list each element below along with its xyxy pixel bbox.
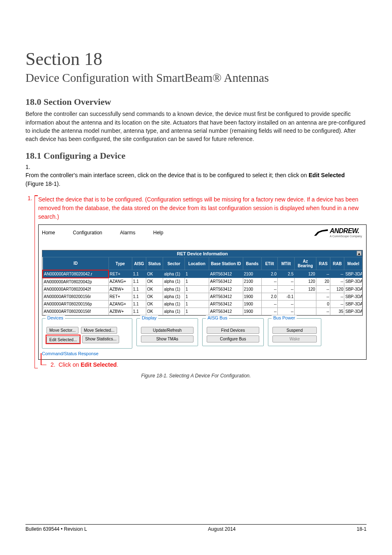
cell-type: RET+ (108, 293, 132, 300)
table-row[interactable]: AN00000ART080200156rRET+1.1OKalpha (1)1A… (43, 293, 362, 300)
table-wrap: RET Device Information ▲ ID Type AISG St… (42, 250, 363, 316)
cell-type: AZANG+ (108, 300, 132, 308)
cell-aisg: 1.1 (132, 300, 146, 308)
cell-aisg: 1.1 (132, 285, 146, 293)
logo-subtext: A CommScope Company (330, 235, 363, 238)
cell-sector: alpha (1) (163, 278, 185, 286)
menu-configuration[interactable]: Configuration (73, 230, 102, 236)
cell-location: 1 (184, 300, 209, 308)
figure-caption: Figure 18-1. Selecting A Device For Conf… (25, 373, 367, 379)
col-az[interactable]: Az Bearing (295, 257, 316, 270)
move-sector-button[interactable]: Move Sector... (46, 327, 78, 334)
step-1-text: From the controller's main interface scr… (25, 171, 355, 188)
col-id[interactable]: ID (43, 257, 108, 270)
suspend-button[interactable]: Suspend (272, 327, 317, 334)
cell-etilt: -- (262, 285, 278, 293)
cell-az: 120 (295, 270, 316, 278)
menu-alarms[interactable]: Alarms (120, 230, 135, 236)
cell-az: 120 (295, 278, 316, 286)
show-statistics-button[interactable]: Show Statistics... (82, 335, 119, 343)
annot2-line (41, 353, 42, 365)
cell-model: SBP-3DA (344, 300, 362, 308)
wake-button[interactable]: Wake (272, 335, 317, 342)
cell-base: ART563412 (209, 308, 243, 315)
col-bands[interactable]: Bands (243, 257, 262, 270)
cell-type: AZBW+ (108, 285, 132, 293)
show-tmas-button[interactable]: Show TMAs (141, 335, 194, 342)
cell-base: ART563412 (209, 300, 243, 308)
cell-type: AZBW+ (108, 308, 132, 315)
cell-az (295, 293, 316, 300)
table-row[interactable]: AN000000ART08020042pAZANG+1.1OKalpha (1)… (43, 278, 362, 286)
scroll-up-icon[interactable]: ▲ (357, 251, 362, 256)
col-rab[interactable]: RAB (330, 257, 344, 270)
table-title-text: RET Device Information (177, 251, 228, 256)
col-aisg[interactable]: AISG (132, 257, 146, 270)
cell-model: SBP-3DA (344, 278, 362, 286)
menu-home[interactable]: Home (42, 230, 55, 236)
command-status-label: Command/Status Response (42, 351, 363, 356)
col-base[interactable]: Base Station ID (209, 257, 243, 270)
figure-window: Home Configuration Alarms Help ANDREW. A… (38, 224, 367, 360)
table-row[interactable]: AN00000ART080200156pAZANG+1.1OKalpha (1)… (43, 300, 362, 308)
cell-mtilt: -0.1 (278, 293, 295, 300)
display-pane: Display Update/Refresh Show TMAs (136, 318, 198, 346)
cell-ras: -- (316, 270, 330, 278)
cell-rab: -- (330, 278, 344, 286)
cell-ras: -- (316, 285, 330, 293)
move-selected-button[interactable]: Move Selected... (81, 327, 117, 334)
cell-status: OK (146, 293, 163, 300)
annotation-1-box: 1. Select the device that is to be confi… (35, 195, 367, 368)
cell-etilt: -- (262, 308, 278, 315)
cell-mtilt: 2.5 (278, 270, 295, 278)
step-1-text-b: (Figure 18-1). (25, 180, 60, 187)
aisg-pane: AISG Bus Find Devices Configure Bus (202, 318, 264, 346)
cell-id: AN000000ART08020042f (43, 285, 108, 293)
cell-type: RET+ (108, 270, 132, 278)
table-title: RET Device Information ▲ (42, 250, 362, 257)
cell-bands: 1900 (243, 293, 262, 300)
col-mtilt[interactable]: MTilt (278, 257, 295, 270)
aisg-legend: AISG Bus (206, 315, 229, 320)
section-title: Section 18 (25, 49, 367, 69)
heading-config: 18.1 Configuring a Device (25, 150, 367, 161)
col-status[interactable]: Status (146, 257, 163, 270)
col-location[interactable]: Location (184, 257, 209, 270)
bus-legend: Bus Power (272, 315, 297, 320)
cell-location: 1 (184, 278, 209, 286)
cell-status: OK (146, 270, 163, 278)
cell-bands: 2100 (243, 270, 262, 278)
footer-center: August 2014 (208, 526, 235, 532)
col-ras[interactable]: RAS (316, 257, 330, 270)
configure-bus-button[interactable]: Configure Bus (207, 335, 259, 342)
paragraph-overview: Before the controller can successfully s… (25, 110, 367, 143)
cell-ras: -- (316, 308, 330, 315)
update-refresh-button[interactable]: Update/Refresh (141, 327, 194, 334)
cell-rab: 35 (330, 308, 344, 315)
annotation-2: 2. Click on Edit Selected. (51, 361, 367, 368)
cell-sector: alpha (1) (163, 300, 185, 308)
annot-tick-bot (35, 368, 38, 369)
step-1: 1. From the controller's main interface … (25, 164, 367, 188)
edit-selected-button[interactable]: Edit Selected... (46, 336, 80, 343)
cell-az (295, 300, 316, 308)
col-sector[interactable]: Sector (163, 257, 185, 270)
menu-help[interactable]: Help (153, 230, 164, 236)
cell-aisg: 1.1 (132, 270, 146, 278)
cell-id: AN000000ART08020042.r (43, 270, 108, 278)
cell-bands: 1900 (243, 300, 262, 308)
cell-base: ART563412 (209, 270, 243, 278)
cell-location: 1 (184, 308, 209, 315)
bus-pane: Bus Power Suspend Wake (268, 318, 321, 346)
annotation-1-num: 1. (28, 195, 32, 201)
col-model[interactable]: Model (344, 257, 362, 270)
table-row[interactable]: AN000000ART08020042fAZBW+1.1OKalpha (1)1… (43, 285, 362, 293)
cell-id: AN00000ART080200156p (43, 300, 108, 308)
cell-location: 1 (184, 285, 209, 293)
col-etilt[interactable]: ETilt (262, 257, 278, 270)
table-row[interactable]: AN00000ART080200156fAZBW+1.1OKalpha (1)1… (43, 308, 362, 315)
find-devices-button[interactable]: Find Devices (207, 327, 259, 334)
col-type[interactable]: Type (108, 257, 132, 270)
table-row[interactable]: AN000000ART08020042.rRET+1.1OKalpha (1)1… (43, 270, 362, 278)
device-table: ID Type AISG Status Sector Location Base… (42, 257, 362, 315)
